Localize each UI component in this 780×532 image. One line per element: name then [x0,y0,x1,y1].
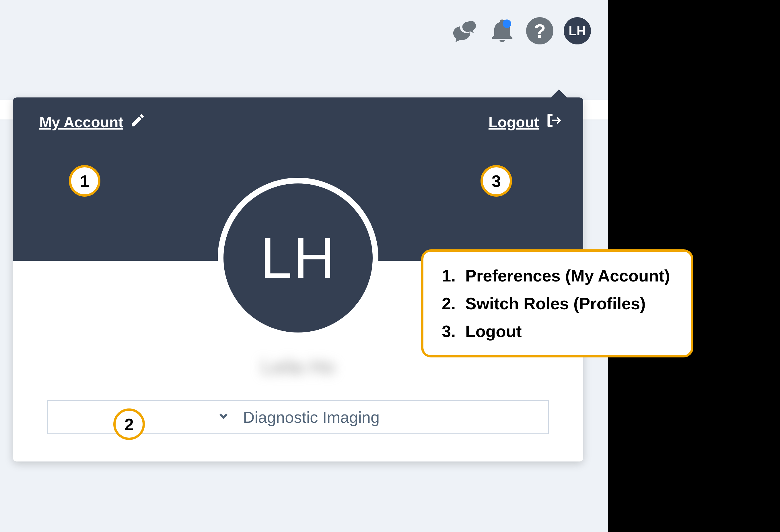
user-name-blurred: Leila Ho [261,356,335,378]
notification-dot [502,19,511,28]
callout-num-2: 2 [125,415,134,434]
legend-item: 1. Preferences (My Account) [442,266,670,285]
callout-badge-1: 1 [69,165,100,197]
callout-badge-3: 3 [481,165,512,197]
legend-item: 3. Logout [442,322,670,341]
help-symbol: ? [534,20,546,42]
bell-icon[interactable] [489,17,516,44]
avatar-small[interactable]: LH [564,17,591,44]
role-selected-label: Diagnostic Imaging [243,408,380,427]
chevron-down-icon [216,408,230,427]
help-icon[interactable]: ? [526,17,553,44]
callout-num-3: 3 [492,171,501,191]
my-account-link[interactable]: My Account [39,112,146,132]
legend-box: 1. Preferences (My Account) 2. Switch Ro… [421,249,693,358]
callout-badge-2: 2 [113,409,145,440]
legend-text-3: Logout [465,322,522,341]
legend-num-3: 3. [442,322,457,341]
legend-text-2: Switch Roles (Profiles) [465,294,645,313]
topbar: ? LH [451,17,591,44]
logout-label: Logout [489,113,539,131]
legend-text-1: Preferences (My Account) [465,266,670,285]
dropdown-arrow [550,90,568,98]
legend-num-1: 1. [442,266,457,285]
logout-link[interactable]: Logout [489,112,563,132]
legend-num-2: 2. [442,294,457,313]
legend-item: 2. Switch Roles (Profiles) [442,294,670,313]
my-account-label: My Account [39,113,124,131]
pencil-icon [130,112,146,132]
chat-icon[interactable] [451,17,478,44]
callout-num-1: 1 [80,171,89,191]
avatar-initials-small: LH [569,24,586,38]
logout-icon [545,112,563,132]
avatar-large: LH [218,178,378,338]
avatar-initials-large: LH [260,225,336,291]
